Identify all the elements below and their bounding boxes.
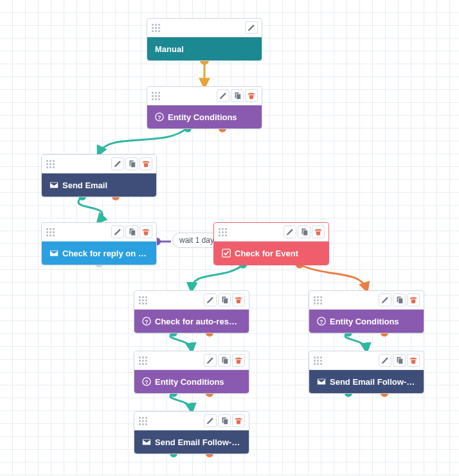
node-body: Check for Event — [214, 242, 328, 265]
trash-icon — [234, 416, 243, 425]
check-icon — [222, 249, 231, 258]
copy-icon — [127, 159, 136, 168]
edit-button[interactable] — [204, 414, 217, 427]
copy-button[interactable] — [218, 414, 231, 427]
drag-grip-icon[interactable] — [151, 23, 163, 32]
node-send-followup[interactable]: Send Email Follow-up — [309, 351, 424, 394]
delete-button[interactable] — [312, 225, 325, 238]
node-toolbar — [111, 157, 152, 170]
node-header[interactable] — [309, 291, 424, 310]
node-body: ? Entity Conditions — [147, 105, 262, 128]
node-entity-conditions[interactable]: ? Entity Conditions — [309, 290, 424, 333]
node-check-reply[interactable]: Check for reply on the f… — [41, 222, 157, 265]
copy-button[interactable] — [298, 225, 310, 238]
drag-grip-icon[interactable] — [313, 295, 325, 304]
delete-button[interactable] — [232, 294, 245, 306]
pencil-icon — [113, 227, 122, 236]
edit-button[interactable] — [379, 294, 392, 306]
delete-button[interactable] — [245, 89, 258, 102]
node-send-followup[interactable]: Send Email Follow-up — [134, 411, 249, 454]
node-header[interactable] — [134, 351, 249, 370]
edit-button[interactable] — [217, 89, 230, 102]
drag-grip-icon[interactable] — [46, 227, 57, 236]
trash-icon — [234, 295, 243, 304]
node-label: Entity Conditions — [155, 377, 224, 387]
drag-grip-icon[interactable] — [151, 91, 163, 100]
node-label: Send Email Follow-up — [155, 437, 241, 447]
copy-button[interactable] — [393, 354, 406, 367]
svg-text:?: ? — [158, 114, 161, 121]
edit-button[interactable] — [204, 294, 217, 306]
drag-grip-icon[interactable] — [138, 356, 150, 365]
node-body: Send Email Follow-up — [309, 370, 424, 393]
copy-icon — [395, 295, 404, 304]
svg-text:?: ? — [145, 319, 148, 325]
edit-button[interactable] — [204, 354, 217, 367]
node-header[interactable] — [147, 87, 262, 105]
edit-button[interactable] — [379, 354, 392, 367]
node-toolbar — [284, 225, 325, 238]
node-entity-conditions[interactable]: ? Entity Conditions — [147, 86, 262, 129]
help-icon: ? — [155, 112, 164, 121]
copy-icon — [220, 356, 229, 365]
pencil-icon — [206, 295, 215, 304]
node-manual[interactable]: Manual — [147, 18, 262, 61]
delete-button[interactable] — [407, 354, 420, 367]
node-header[interactable] — [309, 351, 424, 370]
delete-button[interactable] — [407, 294, 420, 306]
node-body: ? Entity Conditions — [309, 310, 424, 333]
node-header[interactable] — [42, 223, 156, 242]
drag-grip-icon[interactable] — [138, 295, 150, 304]
node-entity-conditions[interactable]: ? Entity Conditions — [134, 351, 249, 394]
copy-button[interactable] — [125, 157, 138, 170]
delete-button[interactable] — [140, 225, 152, 238]
edit-button[interactable] — [284, 225, 296, 238]
trash-icon — [409, 356, 418, 365]
node-header[interactable] — [147, 19, 262, 37]
copy-button[interactable] — [125, 225, 138, 238]
copy-icon — [127, 227, 136, 236]
drag-grip-icon[interactable] — [218, 227, 230, 236]
drag-grip-icon[interactable] — [46, 159, 57, 168]
node-label: Entity Conditions — [168, 112, 237, 122]
node-label: Entity Conditions — [330, 317, 399, 326]
node-toolbar — [217, 89, 258, 102]
delete-button[interactable] — [232, 354, 245, 367]
mail-icon — [50, 249, 59, 258]
drag-grip-icon[interactable] — [138, 416, 150, 425]
node-toolbar — [204, 354, 245, 367]
node-send-email[interactable]: Send Email — [41, 154, 157, 197]
copy-icon — [220, 416, 229, 425]
drag-grip-icon[interactable] — [313, 356, 325, 365]
node-label: Check for auto-response — [155, 317, 241, 326]
copy-button[interactable] — [393, 294, 406, 306]
svg-rect-21 — [222, 249, 230, 257]
edit-button[interactable] — [245, 21, 258, 34]
workflow-canvas[interactable]: Manual ? Entity Conditions Send Email — [0, 0, 459, 476]
delete-button[interactable] — [232, 414, 245, 427]
copy-button[interactable] — [231, 89, 244, 102]
node-auto-response[interactable]: ? Check for auto-response — [134, 290, 249, 333]
node-header[interactable] — [214, 223, 328, 242]
node-toolbar — [204, 414, 245, 427]
node-toolbar — [111, 225, 152, 238]
node-body: Check for reply on the f… — [42, 242, 156, 265]
node-header[interactable] — [42, 155, 156, 173]
trash-icon — [247, 91, 256, 100]
copy-icon — [395, 356, 404, 365]
node-header[interactable] — [134, 291, 249, 310]
mail-icon — [317, 377, 326, 386]
edit-button[interactable] — [111, 157, 124, 170]
copy-button[interactable] — [218, 294, 231, 306]
edit-button[interactable] — [111, 225, 124, 238]
copy-icon — [233, 91, 242, 100]
trash-icon — [141, 159, 150, 168]
node-body: ? Check for auto-response — [134, 310, 249, 333]
delete-button[interactable] — [140, 157, 152, 170]
svg-text:?: ? — [145, 379, 148, 385]
node-header[interactable] — [134, 412, 249, 430]
copy-icon — [220, 295, 229, 304]
node-label: Send Email — [62, 181, 107, 190]
copy-button[interactable] — [218, 354, 231, 367]
node-check-event[interactable]: Check for Event — [213, 222, 329, 265]
